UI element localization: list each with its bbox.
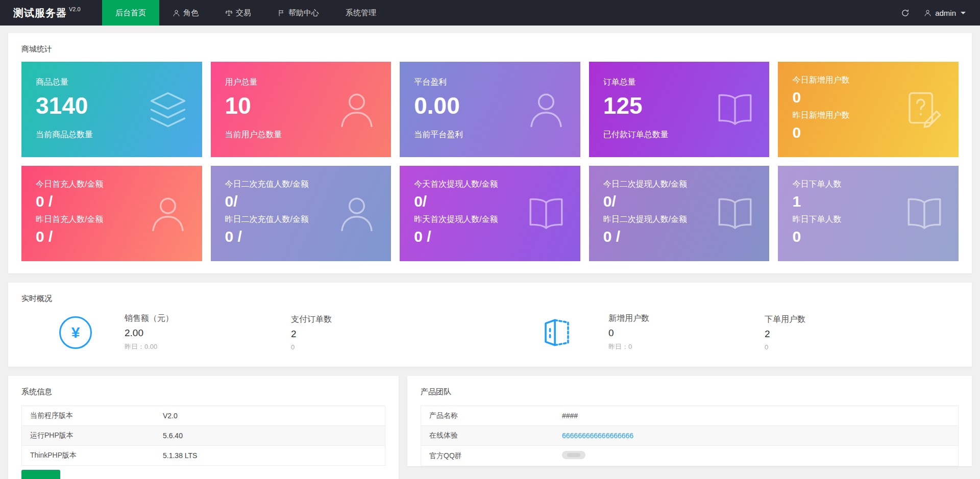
nav-item-label: 后台首页 xyxy=(115,8,146,18)
metric-value: 2.00 xyxy=(125,327,281,339)
user-menu[interactable]: admin xyxy=(924,9,966,17)
help-icon xyxy=(903,89,945,131)
row-value: 666666666666666666 xyxy=(554,426,642,445)
stat-card-second-recharge: 今日二次充值人数/金额 0/ 昨日二次充值人数/金额 0 / xyxy=(211,166,391,261)
mall-stats-panel: 商城统计 商品总量 3140 当前商品总数量 用户总量 10 当前用户总数量 平… xyxy=(8,33,972,273)
username: admin xyxy=(935,9,956,17)
book-icon xyxy=(525,193,567,235)
row-label: 当前程序版本 xyxy=(22,406,155,425)
table-row: 在线体验 666666666666666666 xyxy=(421,426,958,446)
nav-item-home[interactable]: 后台首页 xyxy=(102,0,159,26)
row-value xyxy=(554,446,594,466)
stat-card-title: 订单总量 xyxy=(603,77,755,88)
stat-card-title: 今天首次提现人数/金额 xyxy=(414,179,566,190)
flag-icon xyxy=(278,9,285,17)
stat-cards-grid: 商品总量 3140 当前商品总数量 用户总量 10 当前用户总数量 平台盈利 0… xyxy=(8,62,972,273)
stat-card-title: 今日新增用户数 xyxy=(792,75,944,86)
table-row: ThinkPHP版本 5.1.38 LTS xyxy=(22,446,385,466)
top-navbar: 测试服务器 V2.0 后台首页 角色 交易 帮助中心 系统管理 admin xyxy=(0,0,980,26)
app-brand: 测试服务器 V2.0 xyxy=(0,0,102,26)
check-update-button[interactable] xyxy=(21,470,60,479)
nav-item-label: 交易 xyxy=(236,8,251,18)
stat-card-title: 平台盈利 xyxy=(414,77,566,88)
metric-sales: 销售额（元） 2.00 昨日：0.00 xyxy=(125,313,281,351)
stat-card-profit: 平台盈利 0.00 当前平台盈利 xyxy=(400,62,580,157)
stat-card-subtitle: 当前商品总数量 xyxy=(36,130,188,140)
stat-card-title: 今日二次充值人数/金额 xyxy=(225,179,377,190)
system-info-table: 当前程序版本 V2.0 运行PHP版本 5.6.40 ThinkPHP版本 5.… xyxy=(21,406,385,466)
app-version: V2.0 xyxy=(69,6,81,12)
stat-card-title: 今日二次提现人数/金额 xyxy=(603,179,755,190)
building-icon xyxy=(541,317,573,348)
row-value: 5.6.40 xyxy=(155,426,191,445)
row-label: 在线体验 xyxy=(421,426,554,445)
metric-label: 下单用户数 xyxy=(765,314,921,325)
app-title: 测试服务器 xyxy=(13,6,67,20)
row-value: #### xyxy=(554,407,586,425)
main-nav: 后台首页 角色 交易 帮助中心 系统管理 xyxy=(102,0,389,26)
user-icon xyxy=(525,89,567,131)
stat-card-subtitle: 当前平台盈利 xyxy=(414,130,566,140)
row-value: V2.0 xyxy=(155,407,186,425)
page-content: 商城统计 商品总量 3140 当前商品总数量 用户总量 10 当前用户总数量 平… xyxy=(0,26,980,479)
nav-item-system-settings[interactable]: 系统管理 xyxy=(332,0,389,26)
metric-value: 2 xyxy=(291,329,419,340)
table-row: 运行PHP版本 5.6.40 xyxy=(22,426,385,446)
system-info-actions xyxy=(21,470,385,479)
table-row: 产品名称 #### xyxy=(421,406,958,426)
metric-order-users: 下单用户数 2 0 xyxy=(765,314,921,351)
navbar-right: admin xyxy=(901,0,980,26)
metric-label: 支付订单数 xyxy=(291,314,419,325)
refresh-icon[interactable] xyxy=(901,9,910,17)
stat-card-subtitle: 已付款订单总数量 xyxy=(603,130,755,140)
nav-item-label: 帮助中心 xyxy=(288,8,319,18)
stat-card-subtitle: 当前用户总数量 xyxy=(225,130,377,140)
panel-title: 实时概况 xyxy=(8,283,972,311)
metric-new-users: 新增用户数 0 昨日：0 xyxy=(608,313,765,351)
realtime-row: ¥ 销售额（元） 2.00 昨日：0.00 支付订单数 2 0 新增用户数 0 … xyxy=(8,311,972,367)
book-icon xyxy=(714,89,756,131)
product-team-panel: 产品团队 产品名称 #### 在线体验 666666666666666666 官… xyxy=(407,376,972,466)
layers-icon xyxy=(147,89,189,131)
user-icon xyxy=(147,193,189,235)
metric-sub: 昨日：0.00 xyxy=(125,342,281,351)
book-icon xyxy=(714,193,756,235)
chevron-down-icon xyxy=(961,12,966,14)
stat-card-title: 今日首充人数/金额 xyxy=(36,179,188,190)
row-label: ThinkPHP版本 xyxy=(22,446,155,465)
panel-title: 商城统计 xyxy=(8,33,972,62)
stat-card-title: 用户总量 xyxy=(225,77,377,88)
nav-item-roles[interactable]: 角色 xyxy=(159,0,212,26)
table-row: 官方QQ群 xyxy=(421,446,958,466)
system-info-panel: 系统信息 当前程序版本 V2.0 运行PHP版本 5.6.40 ThinkPHP… xyxy=(8,376,399,479)
stat-card-today-orders: 今日下单人数 1 昨日下单人数 0 xyxy=(778,166,959,261)
stat-card-title: 商品总量 xyxy=(36,77,188,88)
stat-card-title: 今日下单人数 xyxy=(792,179,944,190)
user-icon xyxy=(924,9,932,17)
stat-card-new-users: 今日新增用户数 0 昨日新增用户数 0 xyxy=(778,62,959,157)
nav-item-label: 角色 xyxy=(183,8,199,18)
book-icon xyxy=(903,193,945,235)
trade-icon xyxy=(225,9,233,17)
table-row: 当前程序版本 V2.0 xyxy=(22,406,385,426)
product-team-table: 产品名称 #### 在线体验 666666666666666666 官方QQ群 xyxy=(421,406,959,466)
qq-group-badge[interactable] xyxy=(562,451,585,459)
stat-card-users: 用户总量 10 当前用户总数量 xyxy=(211,62,391,157)
stat-card-first-withdraw: 今天首次提现人数/金额 0/ 昨天首次提现人数/金额 0 / xyxy=(400,166,580,261)
nav-item-help-center[interactable]: 帮助中心 xyxy=(264,0,332,26)
row-value: 5.1.38 LTS xyxy=(155,446,205,465)
nav-item-label: 系统管理 xyxy=(346,8,376,18)
yen-icon: ¥ xyxy=(59,316,92,349)
stat-card-first-recharge: 今日首充人数/金额 0 / 昨日首充人数/金额 0 / xyxy=(21,166,202,261)
metric-value: 0 xyxy=(608,327,765,339)
row-label: 官方QQ群 xyxy=(421,446,554,466)
user-icon xyxy=(336,193,378,235)
stat-card-products: 商品总量 3140 当前商品总数量 xyxy=(21,62,202,157)
panel-title: 系统信息 xyxy=(8,376,399,405)
metric-label: 新增用户数 xyxy=(608,313,765,324)
panel-title: 产品团队 xyxy=(407,376,972,405)
nav-item-trade[interactable]: 交易 xyxy=(212,0,264,26)
user-icon xyxy=(173,9,180,17)
user-icon xyxy=(336,89,378,131)
online-demo-link[interactable]: 666666666666666666 xyxy=(562,432,633,440)
